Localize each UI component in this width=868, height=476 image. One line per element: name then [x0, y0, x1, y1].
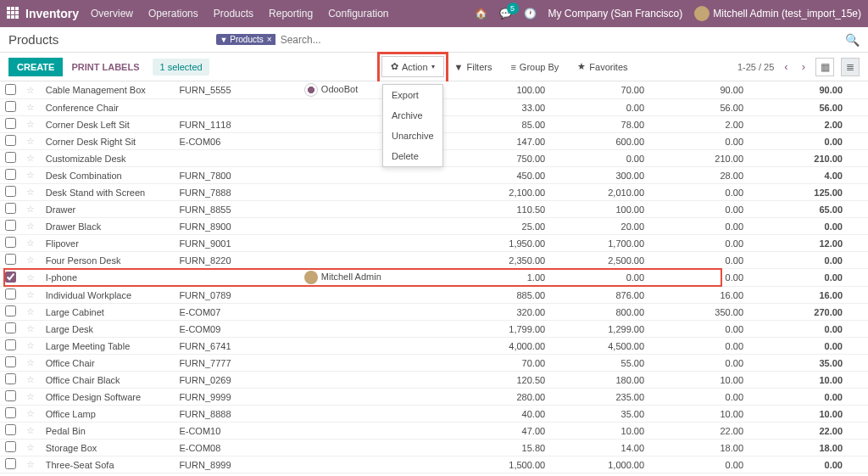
star-icon[interactable]: ☆ [21, 372, 40, 389]
row-checkbox[interactable] [5, 305, 16, 316]
star-icon[interactable]: ☆ [21, 321, 40, 338]
search-input[interactable] [275, 32, 530, 48]
nav-reporting[interactable]: Reporting [269, 8, 313, 20]
table-row[interactable]: ☆Large DeskE-COM091,799.001,299.000.000.… [0, 321, 868, 338]
pager-next-icon[interactable]: › [798, 60, 809, 73]
star-icon[interactable]: ☆ [21, 116, 40, 133]
groupby-button[interactable]: ≡Group By [502, 58, 567, 76]
tray-messages-icon[interactable]: 💬5 [499, 8, 512, 20]
star-icon[interactable]: ☆ [21, 218, 40, 235]
table-row[interactable]: ☆Large Meeting TableFURN_67414,000.004,5… [0, 338, 868, 355]
star-icon[interactable]: ☆ [21, 252, 40, 269]
table-row[interactable]: ☆Four Person DeskFURN_82202,350.002,500.… [0, 252, 868, 269]
table-row[interactable]: ☆Desk Stand with ScreenFURN_78882,100.00… [0, 184, 868, 201]
star-icon[interactable]: ☆ [21, 338, 40, 355]
star-icon[interactable]: ☆ [21, 150, 40, 167]
print-labels-button[interactable]: PRINT LABELS [63, 58, 147, 76]
table-row[interactable]: ☆Office LampFURN_888840.0035.0010.0010.0… [0, 406, 868, 423]
star-icon[interactable]: ☆ [21, 423, 40, 440]
row-checkbox[interactable] [5, 441, 16, 452]
star-icon[interactable]: ☆ [21, 167, 40, 184]
pager[interactable]: 1-25 / 25 [737, 62, 774, 72]
apps-icon[interactable] [7, 7, 20, 20]
row-checkbox[interactable] [5, 407, 16, 418]
table-row[interactable]: ☆Large CabinetE-COM07320.00800.00350.002… [0, 304, 868, 321]
internal-reference: FURN_0269 [174, 372, 298, 389]
action-delete[interactable]: Delete [383, 146, 442, 166]
row-checkbox[interactable] [5, 118, 16, 129]
search-icon[interactable]: 🔍 [845, 33, 860, 47]
star-icon[interactable]: ☆ [21, 304, 40, 321]
star-icon[interactable]: ☆ [21, 287, 40, 304]
table-row[interactable]: ☆Office Chair BlackFURN_0269120.50180.00… [0, 372, 868, 389]
responsible [299, 218, 471, 235]
row-checkbox[interactable] [5, 322, 16, 333]
action-dropdown-button[interactable]: ✿Action▾ ExportArchiveUnarchiveDelete [381, 56, 444, 77]
row-checkbox[interactable] [5, 458, 16, 469]
row-checkbox[interactable] [5, 373, 16, 384]
filters-button[interactable]: ▼Filters [446, 58, 501, 76]
row-checkbox[interactable] [5, 152, 16, 163]
table-row[interactable]: ☆Storage BoxE-COM0815.8014.0018.0018.00 [0, 440, 868, 456]
table-row[interactable]: ☆Office Design SoftwareFURN_9999280.0023… [0, 389, 868, 406]
star-icon[interactable]: ☆ [21, 269, 40, 287]
star-icon[interactable]: ☆ [21, 99, 40, 116]
row-checkbox[interactable] [5, 135, 16, 146]
row-checkbox[interactable] [5, 101, 16, 112]
nav-operations[interactable]: Operations [148, 8, 198, 20]
row-checkbox[interactable] [5, 237, 16, 248]
row-checkbox[interactable] [5, 186, 16, 197]
star-icon[interactable]: ☆ [21, 406, 40, 423]
favorites-button[interactable]: ★Favorites [569, 57, 636, 76]
row-checkbox[interactable] [5, 272, 16, 283]
table-row[interactable]: ☆Drawer BlackFURN_890025.0020.000.000.00 [0, 218, 868, 235]
tray-activities-icon[interactable]: 🏠 [475, 8, 487, 20]
table-row[interactable]: ☆Office ChairFURN_777770.0055.000.0035.0… [0, 355, 868, 372]
star-icon[interactable]: ☆ [21, 355, 40, 372]
pager-prev-icon[interactable]: ‹ [781, 60, 791, 73]
nav-configuration[interactable]: Configuration [328, 8, 388, 20]
internal-reference: FURN_8900 [174, 218, 298, 235]
search-facet[interactable]: ▼Products× [216, 34, 275, 45]
star-icon[interactable]: ☆ [21, 201, 40, 218]
action-export[interactable]: Export [383, 85, 442, 105]
row-checkbox[interactable] [5, 254, 16, 265]
star-icon[interactable]: ☆ [21, 81, 40, 99]
nav-products[interactable]: Products [214, 8, 253, 20]
brand[interactable]: Inventory [25, 7, 79, 20]
table-row[interactable]: ☆Three-Seat SofaFURN_89991,500.001,000.0… [0, 456, 868, 473]
row-checkbox[interactable] [5, 84, 16, 95]
star-icon[interactable]: ☆ [21, 235, 40, 252]
table-row[interactable]: ☆Pedal BinE-COM1047.0010.0022.0022.00 [0, 423, 868, 440]
row-checkbox[interactable] [5, 424, 16, 435]
star-icon[interactable]: ☆ [21, 389, 40, 406]
star-icon[interactable]: ☆ [21, 133, 40, 150]
row-checkbox[interactable] [5, 220, 16, 231]
table-row[interactable]: ☆Individual WorkplaceFURN_0789885.00876.… [0, 287, 868, 304]
row-checkbox[interactable] [5, 339, 16, 350]
kanban-view-button[interactable]: ▦ [815, 58, 834, 76]
facet-close-icon[interactable]: × [267, 35, 272, 44]
action-archive[interactable]: Archive [383, 105, 442, 126]
star-icon[interactable]: ☆ [21, 456, 40, 473]
table-row[interactable]: ☆FlipoverFURN_90011,950.001,700.000.0012… [0, 235, 868, 252]
selection-count[interactable]: 1 selected [153, 59, 209, 76]
star-icon[interactable]: ☆ [21, 440, 40, 456]
company-switcher[interactable]: My Company (San Francisco) [548, 8, 683, 20]
table-row[interactable]: ☆Desk CombinationFURN_7800450.00300.0028… [0, 167, 868, 184]
product-name: Drawer [41, 201, 175, 218]
table-row[interactable]: ☆I-phoneMitchell Admin1.000.000.000.00 [0, 269, 868, 287]
tray-clock-icon[interactable]: 🕐 [524, 8, 537, 20]
row-checkbox[interactable] [5, 169, 16, 180]
table-row[interactable]: ☆DrawerFURN_8855110.50100.000.0065.00 [0, 201, 868, 218]
action-unarchive[interactable]: Unarchive [383, 126, 442, 146]
row-checkbox[interactable] [5, 390, 16, 401]
row-checkbox[interactable] [5, 356, 16, 367]
row-checkbox[interactable] [5, 203, 16, 214]
list-view-button[interactable]: ≣ [841, 58, 860, 76]
nav-overview[interactable]: Overview [91, 8, 133, 20]
star-icon[interactable]: ☆ [21, 184, 40, 201]
user-menu[interactable]: Mitchell Admin (test_import_15e) [694, 6, 861, 21]
create-button[interactable]: CREATE [8, 58, 63, 76]
row-checkbox[interactable] [5, 288, 16, 300]
